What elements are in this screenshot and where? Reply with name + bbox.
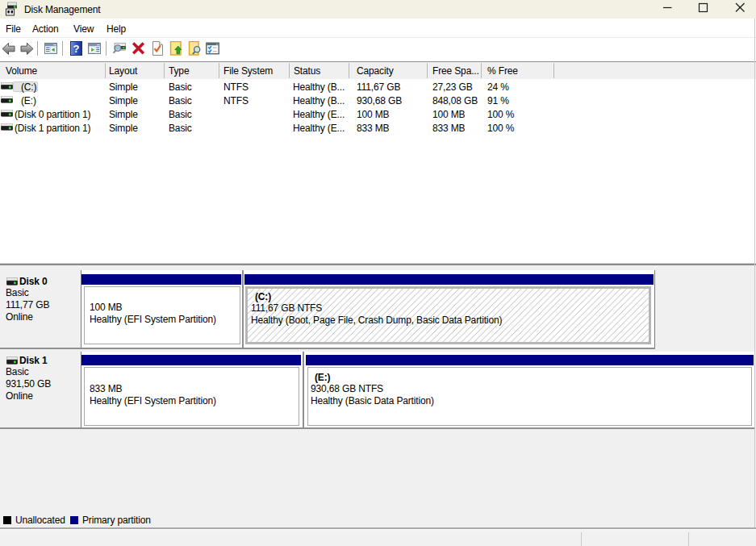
svg-text:?: ? [73,43,80,55]
